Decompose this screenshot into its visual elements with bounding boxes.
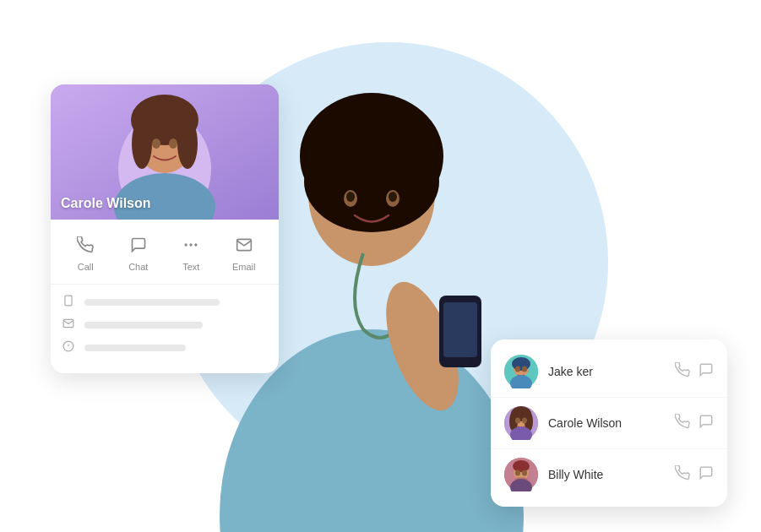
phone-small-icon [63, 295, 76, 309]
contact-name-jake: Jake ker [548, 365, 665, 378]
chat-icon [125, 231, 152, 258]
svg-point-32 [515, 366, 520, 372]
svg-point-40 [515, 418, 520, 424]
info-row-email [63, 318, 267, 332]
avatar-jake [504, 355, 538, 388]
call-action[interactable]: Call [72, 231, 99, 272]
avatar-carole [504, 406, 538, 440]
svg-point-23 [195, 244, 197, 246]
email-small-icon [63, 318, 76, 332]
svg-point-22 [190, 244, 192, 246]
text-label: Text [182, 262, 199, 272]
svg-point-41 [522, 418, 527, 424]
text-icon [177, 231, 204, 258]
jake-chat-icon[interactable] [698, 362, 714, 381]
svg-rect-25 [65, 296, 72, 306]
jake-call-icon[interactable] [675, 362, 690, 381]
chat-action[interactable]: Chat [125, 231, 152, 272]
email-action[interactable]: Email [231, 231, 258, 272]
info-bar [84, 345, 186, 351]
contact-name-carole: Carole Wilson [548, 416, 665, 430]
svg-point-24 [186, 244, 188, 246]
svg-point-47 [522, 470, 527, 476]
call-icon [72, 231, 99, 258]
call-label: Call [78, 262, 94, 272]
svg-rect-12 [443, 302, 477, 357]
svg-point-7 [346, 192, 355, 202]
contact-card: Carole Wilson Call Chat [51, 84, 279, 373]
list-item: Billy White [491, 449, 727, 500]
svg-point-31 [512, 357, 530, 371]
contact-name: Carole Wilson [61, 196, 151, 211]
list-item: Jake ker [491, 346, 727, 398]
contact-info [51, 285, 279, 373]
chat-label: Chat [128, 262, 148, 272]
carole-actions [675, 414, 714, 432]
svg-point-45 [513, 460, 530, 472]
svg-point-8 [389, 192, 397, 202]
billy-chat-icon[interactable] [698, 465, 714, 484]
svg-point-46 [515, 470, 520, 476]
list-item: Carole Wilson [491, 398, 727, 449]
contact-actions: Call Chat Text [51, 220, 279, 285]
svg-point-33 [522, 366, 527, 372]
text-action[interactable]: Text [177, 231, 204, 272]
phone-bar [84, 299, 220, 306]
carole-chat-icon[interactable] [698, 414, 714, 432]
contact-list-card: Jake ker [491, 339, 727, 507]
email-label: Email [232, 262, 256, 272]
contact-name-billy: Billy White [548, 468, 665, 481]
info-row-info [63, 340, 267, 355]
svg-point-19 [152, 138, 160, 149]
svg-point-18 [177, 118, 198, 169]
billy-call-icon[interactable] [675, 465, 690, 484]
jake-actions [675, 362, 714, 381]
avatar-billy [504, 458, 538, 491]
svg-point-17 [132, 118, 152, 169]
email-bar [84, 322, 203, 328]
svg-point-4 [304, 131, 439, 232]
info-row-phone [63, 295, 267, 309]
billy-actions [675, 465, 714, 484]
svg-point-20 [169, 138, 177, 149]
contact-card-header: Carole Wilson [51, 84, 279, 220]
info-small-icon [63, 340, 76, 355]
carole-call-icon[interactable] [675, 414, 690, 432]
email-icon [231, 231, 258, 258]
